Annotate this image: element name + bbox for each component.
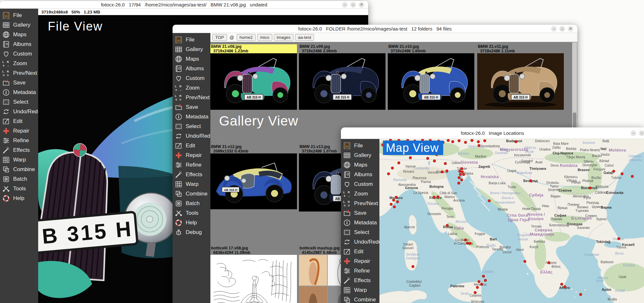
image-location-marker[interactable] — [396, 200, 399, 203]
gallery-thumbnail[interactable]: BMW 21.v11.jpg3719x2486 1.11mb — [477, 44, 564, 110]
image-location-marker[interactable] — [460, 178, 463, 181]
sidebar-item[interactable]: Save — [173, 102, 210, 112]
image-location-marker[interactable] — [488, 199, 491, 202]
sidebar-item[interactable]: Warp — [341, 285, 379, 295]
sidebar-item[interactable]: Maps — [0, 30, 38, 39]
breadcrumb-button[interactable]: mico — [257, 34, 272, 41]
image-location-marker[interactable] — [612, 170, 615, 173]
file-window-titlebar[interactable]: fotocx-26.0 17/94 /home2/mico/images/aa-… — [0, 1, 368, 9]
sidebar-item[interactable]: Maps — [341, 160, 379, 170]
sidebar-item[interactable]: Gallery — [341, 151, 379, 160]
image-location-marker[interactable] — [433, 160, 436, 162]
gallery-window-titlebar[interactable]: fotocx-26.0 FOLDER /home2/mico/images/aa… — [173, 25, 577, 33]
sidebar-item[interactable]: Zoom — [173, 83, 210, 93]
sidebar-item[interactable]: Repair — [341, 256, 379, 266]
image-location-marker[interactable] — [547, 261, 550, 264]
image-location-marker[interactable] — [464, 238, 467, 241]
image-location-marker[interactable] — [478, 144, 480, 147]
sidebar-item[interactable]: Help — [0, 194, 38, 203]
maximize-button[interactable]: □ — [639, 130, 644, 136]
image-location-marker[interactable] — [482, 275, 485, 278]
image-location-marker[interactable] — [617, 237, 620, 240]
image-location-marker[interactable] — [579, 293, 582, 296]
sidebar-item[interactable]: Repair — [173, 151, 210, 160]
image-location-marker[interactable] — [621, 172, 623, 175]
sidebar-item[interactable]: Maps — [173, 54, 210, 64]
image-location-marker[interactable] — [392, 199, 395, 202]
sidebar-item[interactable]: Undo/Redo — [341, 237, 379, 247]
image-location-marker[interactable] — [397, 161, 400, 164]
image-location-marker[interactable] — [523, 260, 526, 263]
breadcrumb-button[interactable]: home2 — [237, 34, 256, 41]
image-location-marker[interactable] — [395, 196, 398, 199]
image-location-marker[interactable] — [459, 173, 462, 176]
image-location-marker[interactable] — [409, 156, 412, 159]
minimize-button[interactable]: – — [342, 2, 348, 8]
image-location-marker[interactable] — [484, 279, 487, 282]
sidebar-item[interactable]: Help — [173, 218, 210, 228]
sidebar-item[interactable]: Albums — [341, 170, 379, 179]
map-window-titlebar[interactable]: fotocx-26.0 Image Locations – □ — [341, 127, 644, 139]
image-location-marker[interactable] — [444, 162, 447, 165]
sidebar-item[interactable]: Tools — [0, 184, 38, 194]
image-location-marker[interactable] — [387, 172, 390, 175]
image-location-marker[interactable] — [411, 265, 414, 268]
sidebar-item[interactable]: Batch — [0, 174, 38, 184]
breadcrumb-button[interactable]: @ — [229, 35, 235, 40]
image-location-marker[interactable] — [460, 167, 463, 170]
sidebar-item[interactable]: Repair — [0, 126, 38, 136]
sidebar-item[interactable]: Effects — [173, 170, 210, 179]
gallery-thumbnail[interactable]: BMW 21.v12.jpg2089x1332 0.43mb — [210, 144, 297, 209]
sidebar-item[interactable]: Gallery — [0, 20, 38, 30]
sidebar-item[interactable]: File — [341, 141, 379, 151]
close-button[interactable]: ✕ — [359, 2, 364, 8]
sidebar-item[interactable]: Undo/Redo — [173, 131, 210, 141]
close-button[interactable]: ✕ — [568, 26, 573, 32]
sidebar-item[interactable]: Undo/Redo — [0, 107, 38, 117]
image-location-marker[interactable] — [564, 285, 566, 288]
sidebar-item[interactable]: Save — [341, 208, 379, 218]
image-location-marker[interactable] — [445, 169, 448, 172]
sidebar-item[interactable]: Albums — [173, 64, 210, 74]
image-location-marker[interactable] — [441, 170, 444, 173]
sidebar-item[interactable]: Edit — [0, 117, 38, 126]
image-location-marker[interactable] — [393, 205, 396, 208]
sidebar-item[interactable]: Refine — [0, 136, 38, 145]
image-location-marker[interactable] — [514, 140, 517, 143]
sidebar-item[interactable]: Effects — [0, 145, 38, 155]
image-location-marker[interactable] — [433, 196, 436, 199]
image-location-marker[interactable] — [451, 140, 454, 143]
maximize-button[interactable]: □ — [559, 26, 565, 32]
sidebar-item[interactable]: Warp — [0, 155, 38, 165]
image-location-marker[interactable] — [589, 186, 591, 189]
image-location-marker[interactable] — [477, 140, 480, 143]
breadcrumb-button[interactable]: aa-test — [295, 34, 314, 41]
sidebar-item[interactable]: Metadata — [0, 88, 38, 97]
sidebar-item[interactable]: Metadata — [173, 112, 210, 122]
sidebar-item[interactable]: Save — [0, 78, 38, 88]
sidebar-item[interactable]: Combine — [0, 165, 38, 174]
image-location-marker[interactable] — [447, 139, 450, 142]
sidebar-item[interactable]: Debug — [173, 228, 210, 237]
sidebar-item[interactable]: Prev/Next — [0, 68, 38, 78]
gallery-thumbnail[interactable]: BMW 21.v09.jpg3719x2486 2.06mb — [299, 44, 386, 110]
image-location-marker[interactable] — [480, 283, 483, 286]
sidebar-item[interactable]: Prev/Next — [341, 199, 379, 208]
image-location-marker[interactable] — [457, 182, 460, 185]
sidebar-item[interactable]: Custom — [0, 49, 38, 59]
sidebar-item[interactable]: Combine — [173, 189, 210, 199]
sidebar-item[interactable]: Gallery — [173, 45, 210, 54]
maximize-button[interactable]: □ — [350, 2, 356, 8]
sidebar-item[interactable]: Select — [341, 228, 379, 237]
sidebar-item[interactable]: Select — [173, 122, 210, 131]
map-canvas[interactable]: ZürichBudapestDebrecenBalțiSuceavaBaia M… — [379, 139, 644, 303]
gallery-thumbnail[interactable]: botticelli 17.v08.jpg6838x4294 11.09mb — [210, 246, 297, 303]
image-location-marker[interactable] — [478, 280, 480, 283]
image-location-marker[interactable] — [470, 139, 473, 142]
sidebar-item[interactable]: Prev/Next — [173, 93, 210, 102]
sidebar-item[interactable]: Warp — [173, 179, 210, 189]
sidebar-item[interactable]: Zoom — [0, 59, 38, 68]
image-location-marker[interactable] — [476, 286, 479, 289]
sidebar-item[interactable]: Albums — [0, 39, 38, 49]
image-location-marker[interactable] — [529, 179, 532, 182]
